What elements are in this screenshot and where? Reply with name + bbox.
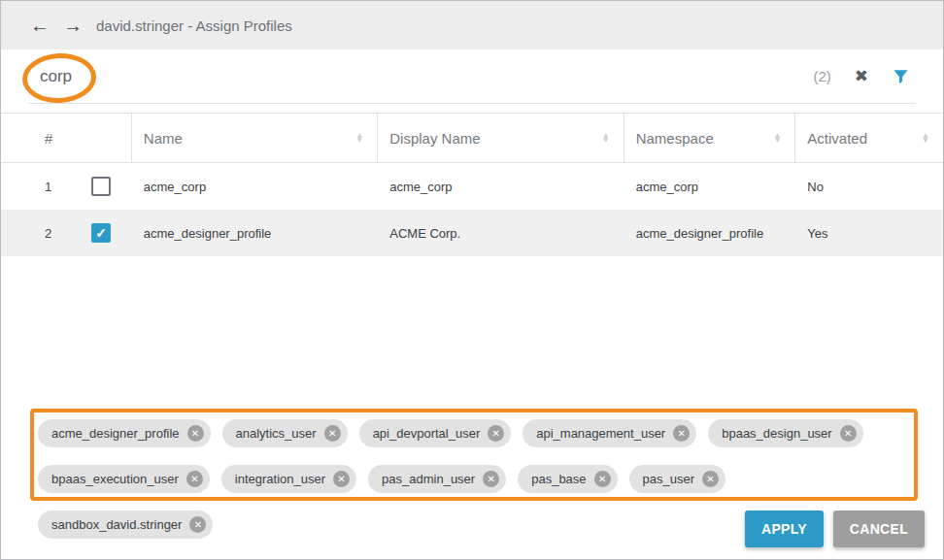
search-input[interactable]: [28, 67, 813, 86]
chip-label: sandbox_david.stringer: [51, 517, 182, 532]
chip-remove-icon[interactable]: ✕: [324, 425, 341, 442]
table-row[interactable]: 1 ✓ acme_corp acme_corp acme_corp No: [1, 163, 943, 210]
chip-label: bpaas_execution_user: [51, 472, 179, 486]
profile-chip: bpaas_design_user ✕: [708, 419, 862, 447]
apply-button[interactable]: APPLY: [745, 511, 824, 547]
cell-activated: No: [795, 180, 943, 194]
search-bar: (2) ✖: [28, 49, 916, 104]
column-header-label: Name: [144, 130, 183, 147]
column-header-namespace[interactable]: Namespace ▲▼: [624, 114, 796, 162]
chip-label: api_management_user: [536, 426, 665, 441]
chip-remove-icon[interactable]: ✕: [483, 471, 499, 487]
chip-label: analytics_user: [236, 426, 317, 441]
chip-label: pas_base: [531, 472, 586, 486]
chip-label: pas_user: [643, 472, 694, 486]
column-header-activated[interactable]: Activated ▲▼: [795, 114, 943, 162]
chip-label: integration_user: [235, 472, 325, 486]
sort-icon[interactable]: ▲▼: [773, 133, 781, 144]
profile-chip: integration_user ✕: [221, 465, 356, 493]
profile-chip: bpaas_execution_user ✕: [38, 465, 210, 493]
row-checkbox[interactable]: ✓: [91, 223, 111, 243]
column-header-label: Namespace: [636, 130, 714, 147]
clear-filter-icon[interactable]: ✖: [855, 66, 868, 86]
table-row[interactable]: 2 ✓ acme_designer_profile ACME Corp. acm…: [1, 210, 943, 256]
cancel-button[interactable]: CANCEL: [833, 511, 925, 547]
profiles-table: # Name ▲▼ Display Name ▲▼ Namespace ▲▼ A…: [1, 113, 943, 256]
back-arrow-icon[interactable]: ←: [30, 16, 50, 35]
dialog-footer: APPLY CANCEL: [745, 511, 925, 547]
column-header-index[interactable]: #: [1, 114, 132, 162]
annotation-rectangle: acme_designer_profile ✕ analytics_user ✕…: [30, 409, 918, 501]
profile-chip: pas_user ✕: [629, 465, 725, 493]
chip-remove-icon[interactable]: ✕: [673, 425, 690, 442]
result-count: (2): [813, 68, 830, 84]
table-header-row: # Name ▲▼ Display Name ▲▼ Namespace ▲▼ A…: [1, 113, 943, 163]
sort-icon[interactable]: ▲▼: [602, 133, 610, 144]
forward-arrow-icon[interactable]: →: [63, 16, 83, 35]
sort-icon[interactable]: ▲▼: [355, 133, 363, 144]
column-header-name[interactable]: Name ▲▼: [132, 114, 378, 162]
chip-remove-icon[interactable]: ✕: [333, 471, 350, 487]
cell-namespace: acme_designer_profile: [624, 226, 796, 241]
check-icon: ✓: [95, 226, 107, 240]
chip-label: acme_designer_profile: [51, 426, 180, 441]
column-header-label: #: [45, 130, 52, 147]
chip-remove-icon[interactable]: ✕: [187, 425, 204, 442]
chip-remove-icon[interactable]: ✕: [186, 471, 203, 487]
cell-name: acme_corp: [132, 180, 378, 194]
chip-label: pas_admin_user: [382, 472, 475, 486]
row-number: 1: [45, 180, 91, 194]
profile-chip: analytics_user ✕: [222, 419, 348, 447]
chip-remove-icon[interactable]: ✕: [189, 516, 206, 533]
profile-chip: pas_base ✕: [518, 465, 617, 493]
cell-display-name: acme_corp: [378, 180, 624, 194]
row-number: 2: [45, 226, 91, 241]
chip-remove-icon[interactable]: ✕: [594, 471, 611, 487]
cell-display-name: ACME Corp.: [378, 226, 624, 241]
assign-profiles-dialog: ← → david.stringer - Assign Profiles (2)…: [0, 0, 944, 560]
chip-remove-icon[interactable]: ✕: [840, 425, 857, 442]
column-header-display-name[interactable]: Display Name ▲▼: [378, 114, 624, 162]
chip-remove-icon[interactable]: ✕: [702, 471, 719, 487]
chip-label: api_devportal_user: [373, 426, 481, 441]
profile-chip: api_management_user ✕: [523, 419, 696, 447]
profile-chip: acme_designer_profile ✕: [38, 419, 211, 447]
titlebar: ← → david.stringer - Assign Profiles: [1, 1, 943, 49]
column-header-label: Activated: [807, 130, 867, 147]
row-checkbox[interactable]: ✓: [91, 177, 111, 196]
column-header-label: Display Name: [389, 130, 480, 147]
cell-activated: Yes: [795, 226, 943, 241]
profile-chip: api_devportal_user ✕: [359, 419, 512, 447]
assigned-profiles-list: acme_designer_profile ✕ analytics_user ✕…: [34, 412, 914, 497]
profile-chip: pas_admin_user ✕: [368, 465, 506, 493]
cell-name: acme_designer_profile: [132, 226, 378, 241]
chip-remove-icon[interactable]: ✕: [488, 425, 504, 442]
sort-icon[interactable]: ▲▼: [922, 133, 929, 144]
filter-funnel-icon[interactable]: [892, 67, 910, 85]
page-title: david.stringer - Assign Profiles: [96, 17, 292, 34]
cell-namespace: acme_corp: [624, 180, 796, 194]
chip-label: bpaas_design_user: [722, 426, 831, 441]
profile-chip: sandbox_david.stringer ✕: [38, 511, 213, 539]
